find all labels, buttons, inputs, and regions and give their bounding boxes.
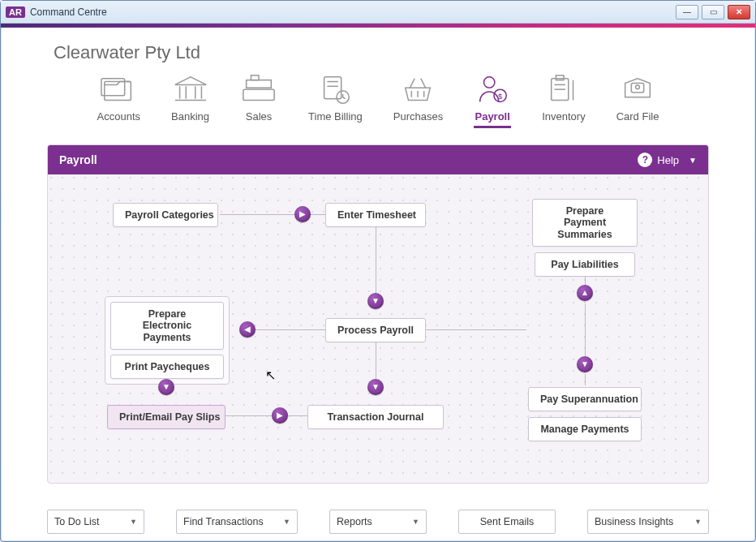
close-button[interactable]: ✕ — [728, 5, 750, 19]
business-insights-dropdown[interactable]: Business Insights▼ — [587, 510, 709, 534]
folder-icon — [100, 73, 137, 105]
flow-node-down[interactable]: ▼ — [158, 379, 174, 395]
chevron-down-icon: ▼ — [283, 518, 290, 526]
connector — [376, 223, 376, 304]
nav-label: Accounts — [97, 110, 140, 123]
nav-label: Sales — [246, 110, 273, 123]
svg-rect-7 — [247, 80, 272, 88]
task-print-email-pay-slips[interactable]: Print/Email Pay Slips — [107, 405, 226, 429]
chevron-down-icon: ▼ — [689, 156, 697, 165]
payment-output-group: Prepare Electronic Payments Print Payche… — [105, 296, 230, 385]
nav-time-billing[interactable]: Time Billing — [308, 73, 363, 125]
dropdown-label: Find Transactions — [183, 516, 264, 527]
help-icon: ? — [638, 153, 652, 167]
connector — [252, 329, 325, 330]
nav-label: Card File — [616, 110, 659, 123]
basket-icon — [399, 73, 436, 105]
register-icon — [240, 73, 277, 105]
button-label: Sent Emails — [480, 516, 535, 527]
clipboard-pen-icon — [545, 73, 582, 105]
svg-rect-10 — [324, 77, 341, 99]
help-label: Help — [657, 154, 679, 166]
nav-purchases[interactable]: Purchases — [393, 73, 443, 125]
help-button[interactable]: ? Help ▼ — [638, 153, 697, 167]
todo-list-dropdown[interactable]: To Do List▼ — [47, 510, 144, 534]
card-file-icon — [619, 73, 656, 105]
task-process-payroll[interactable]: Process Payroll — [325, 318, 426, 342]
nav-inventory[interactable]: Inventory — [542, 73, 585, 125]
flow-node-right[interactable]: ▶ — [272, 407, 288, 424]
task-transaction-journal[interactable]: Transaction Journal — [307, 405, 444, 429]
reports-dropdown[interactable]: Reports▼ — [329, 510, 427, 534]
task-prepare-electronic-payments[interactable]: Prepare Electronic Payments — [110, 302, 224, 350]
dropdown-label: To Do List — [54, 516, 100, 527]
task-enter-timesheet[interactable]: Enter Timesheet — [325, 203, 426, 227]
nav-label: Purchases — [393, 110, 443, 123]
flow-node-right[interactable]: ▶ — [294, 206, 311, 222]
nav-label: Banking — [171, 110, 209, 123]
connector — [585, 304, 586, 356]
panel-header: Payroll ? Help ▼ — [48, 145, 708, 174]
find-transactions-dropdown[interactable]: Find Transactions▼ — [176, 510, 298, 534]
nav-accounts[interactable]: Accounts — [97, 73, 140, 125]
nav-label: Inventory — [542, 110, 585, 123]
connector — [421, 329, 526, 330]
workflow-canvas: Payroll Categories ▶ Enter Timesheet Pre… — [48, 174, 708, 484]
flow-node-down[interactable]: ▼ — [367, 379, 384, 395]
nav-sales[interactable]: Sales — [240, 73, 277, 125]
flow-node-down[interactable]: ▼ — [367, 293, 384, 309]
nav-bar: Accounts Banking Sales Time Billing — [2, 70, 754, 133]
company-name: Clearwater Pty Ltd — [54, 42, 754, 63]
svg-rect-21 — [556, 75, 564, 80]
task-print-paycheques[interactable]: Print Paycheques — [110, 355, 224, 379]
flow-node-up[interactable]: ▲ — [577, 285, 593, 301]
task-manage-payments[interactable]: Manage Payments — [528, 417, 642, 441]
svg-point-26 — [636, 85, 640, 89]
nav-payroll[interactable]: $ Payroll — [474, 73, 511, 128]
task-pay-liabilities[interactable]: Pay Liabilities — [535, 252, 635, 277]
svg-rect-9 — [251, 75, 259, 80]
minimize-button[interactable]: — — [676, 5, 698, 19]
task-payroll-categories[interactable]: Payroll Categories — [113, 203, 218, 227]
maximize-button[interactable]: ▭ — [702, 5, 724, 19]
svg-rect-8 — [243, 89, 274, 100]
bottom-toolbar: To Do List▼ Find Transactions▼ Reports▼ … — [2, 510, 754, 534]
payroll-panel: Payroll ? Help ▼ Pay — [47, 144, 709, 484]
nav-label: Time Billing — [308, 110, 363, 123]
chevron-down-icon: ▼ — [412, 518, 419, 526]
invoice-clock-icon — [316, 73, 354, 105]
nav-card-file[interactable]: Card File — [616, 73, 659, 125]
flow-node-down[interactable]: ▼ — [577, 356, 593, 372]
mouse-cursor-icon: ↖ — [265, 368, 276, 383]
dropdown-label: Reports — [337, 516, 372, 527]
dropdown-label: Business Insights — [595, 516, 673, 527]
sent-emails-button[interactable]: Sent Emails — [458, 510, 556, 534]
chevron-down-icon: ▼ — [694, 518, 702, 526]
window-title: Command Centre — [30, 6, 107, 18]
window-controls: — ▭ ✕ — [676, 5, 750, 19]
svg-text:$: $ — [498, 91, 503, 100]
window-titlebar: AR Command Centre — ▭ ✕ — [1, 1, 755, 24]
bank-icon — [172, 73, 209, 105]
connector — [222, 415, 307, 416]
person-dollar-icon: $ — [474, 73, 511, 105]
app-window: AR Command Centre — ▭ ✕ Clearwater Pty L… — [0, 0, 756, 542]
nav-label: Payroll — [475, 110, 509, 123]
client-area: Clearwater Pty Ltd Accounts Banking Sale… — [2, 28, 754, 540]
app-badge: AR — [6, 6, 25, 18]
svg-point-17 — [484, 77, 495, 88]
connector — [585, 374, 586, 385]
flow-node-left[interactable]: ◀ — [239, 321, 256, 338]
panel-title: Payroll — [59, 153, 97, 166]
nav-banking[interactable]: Banking — [171, 73, 209, 125]
task-prepare-payment-summaries[interactable]: Prepare Payment Summaries — [532, 199, 638, 247]
chevron-down-icon: ▼ — [130, 518, 137, 526]
task-pay-superannuation[interactable]: Pay Superannuation — [528, 387, 642, 411]
